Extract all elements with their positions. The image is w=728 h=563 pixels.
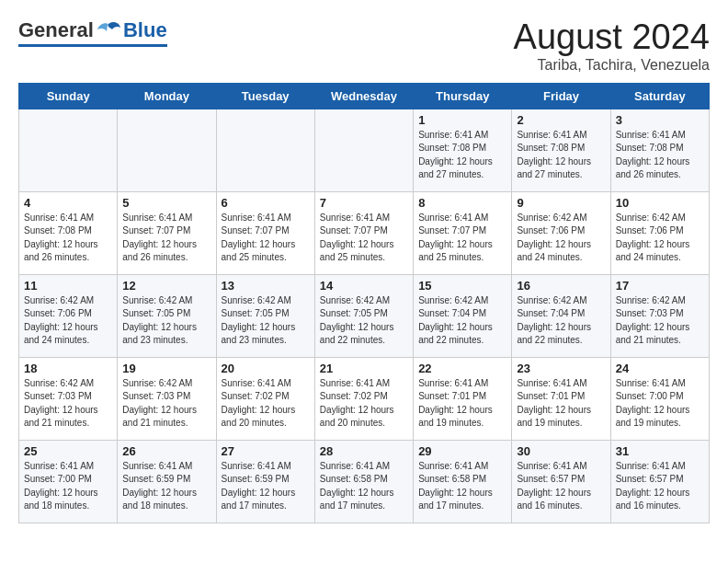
day-number: 6 xyxy=(222,196,310,210)
calendar-cell: 31Sunrise: 6:41 AMSunset: 6:57 PMDayligh… xyxy=(610,440,709,523)
calendar-cell xyxy=(216,109,314,191)
weekday-header-monday: Monday xyxy=(118,83,216,109)
calendar-cell: 5Sunrise: 6:41 AMSunset: 7:07 PMDaylight… xyxy=(118,191,216,274)
location-title: Tariba, Tachira, Venezuela xyxy=(514,57,710,74)
day-info: Sunrise: 6:41 AMSunset: 7:01 PMDaylight:… xyxy=(517,377,605,431)
day-info: Sunrise: 6:41 AMSunset: 7:07 PMDaylight:… xyxy=(320,212,408,265)
day-info: Sunrise: 6:41 AMSunset: 6:59 PMDaylight:… xyxy=(122,460,210,513)
month-title: August 2024 xyxy=(514,18,710,57)
weekday-row: SundayMondayTuesdayWednesdayThursdayFrid… xyxy=(19,83,710,109)
calendar-cell xyxy=(118,109,216,191)
calendar-cell: 11Sunrise: 6:42 AMSunset: 7:06 PMDayligh… xyxy=(19,274,118,357)
day-info: Sunrise: 6:41 AMSunset: 7:08 PMDaylight:… xyxy=(616,129,704,182)
calendar-cell: 26Sunrise: 6:41 AMSunset: 6:59 PMDayligh… xyxy=(118,440,216,523)
calendar-cell: 25Sunrise: 6:41 AMSunset: 7:00 PMDayligh… xyxy=(19,440,118,523)
day-info: Sunrise: 6:42 AMSunset: 7:03 PMDaylight:… xyxy=(122,377,210,431)
day-number: 27 xyxy=(222,444,310,458)
day-number: 14 xyxy=(320,279,408,293)
day-number: 5 xyxy=(122,196,210,210)
calendar-cell: 19Sunrise: 6:42 AMSunset: 7:03 PMDayligh… xyxy=(118,357,216,440)
calendar-cell: 22Sunrise: 6:41 AMSunset: 7:01 PMDayligh… xyxy=(414,357,512,440)
day-info: Sunrise: 6:41 AMSunset: 7:02 PMDaylight:… xyxy=(222,377,310,431)
day-info: Sunrise: 6:41 AMSunset: 6:58 PMDaylight:… xyxy=(320,460,408,513)
day-info: Sunrise: 6:42 AMSunset: 7:06 PMDaylight:… xyxy=(24,294,112,348)
day-info: Sunrise: 6:42 AMSunset: 7:03 PMDaylight:… xyxy=(616,294,704,348)
calendar-cell: 28Sunrise: 6:41 AMSunset: 6:58 PMDayligh… xyxy=(314,440,413,523)
weekday-header-wednesday: Wednesday xyxy=(314,83,413,109)
day-number: 18 xyxy=(24,362,112,375)
day-number: 23 xyxy=(517,362,605,375)
title-block: August 2024 Tariba, Tachira, Venezuela xyxy=(514,18,710,74)
day-info: Sunrise: 6:42 AMSunset: 7:05 PMDaylight:… xyxy=(222,294,310,348)
day-info: Sunrise: 6:41 AMSunset: 7:08 PMDaylight:… xyxy=(418,129,506,182)
calendar-cell: 10Sunrise: 6:42 AMSunset: 7:06 PMDayligh… xyxy=(610,191,709,274)
logo-blue-text: Blue xyxy=(123,18,167,42)
day-info: Sunrise: 6:41 AMSunset: 7:00 PMDaylight:… xyxy=(616,377,704,431)
calendar-cell: 8Sunrise: 6:41 AMSunset: 7:07 PMDaylight… xyxy=(414,191,512,274)
calendar-cell: 9Sunrise: 6:42 AMSunset: 7:06 PMDaylight… xyxy=(512,191,610,274)
day-number: 24 xyxy=(616,362,704,375)
day-number: 7 xyxy=(320,196,408,210)
calendar-cell: 12Sunrise: 6:42 AMSunset: 7:05 PMDayligh… xyxy=(118,274,216,357)
day-number: 8 xyxy=(418,196,506,210)
calendar-header: SundayMondayTuesdayWednesdayThursdayFrid… xyxy=(19,83,710,109)
day-number: 26 xyxy=(122,444,210,458)
day-number: 25 xyxy=(24,444,112,458)
day-number: 21 xyxy=(320,362,408,375)
day-info: Sunrise: 6:41 AMSunset: 7:01 PMDaylight:… xyxy=(418,377,506,431)
calendar-cell: 24Sunrise: 6:41 AMSunset: 7:00 PMDayligh… xyxy=(610,357,709,440)
day-number: 17 xyxy=(616,279,704,293)
calendar-week-4: 18Sunrise: 6:42 AMSunset: 7:03 PMDayligh… xyxy=(19,357,710,440)
day-number: 10 xyxy=(616,196,704,210)
day-number: 1 xyxy=(418,113,506,127)
calendar-cell: 23Sunrise: 6:41 AMSunset: 7:01 PMDayligh… xyxy=(512,357,610,440)
day-number: 20 xyxy=(222,362,310,375)
day-number: 13 xyxy=(222,279,310,293)
day-number: 4 xyxy=(24,196,112,210)
weekday-header-friday: Friday xyxy=(512,83,610,109)
calendar-week-5: 25Sunrise: 6:41 AMSunset: 7:00 PMDayligh… xyxy=(19,440,710,523)
calendar-cell: 13Sunrise: 6:42 AMSunset: 7:05 PMDayligh… xyxy=(216,274,314,357)
day-info: Sunrise: 6:42 AMSunset: 7:04 PMDaylight:… xyxy=(418,294,506,348)
calendar-body: 1Sunrise: 6:41 AMSunset: 7:08 PMDaylight… xyxy=(19,109,710,523)
calendar-cell: 14Sunrise: 6:42 AMSunset: 7:05 PMDayligh… xyxy=(314,274,413,357)
weekday-header-thursday: Thursday xyxy=(414,83,512,109)
weekday-header-saturday: Saturday xyxy=(610,83,709,109)
day-info: Sunrise: 6:41 AMSunset: 6:58 PMDaylight:… xyxy=(418,460,506,513)
day-info: Sunrise: 6:41 AMSunset: 7:07 PMDaylight:… xyxy=(122,212,210,265)
calendar-cell: 15Sunrise: 6:42 AMSunset: 7:04 PMDayligh… xyxy=(414,274,512,357)
logo-bird-icon xyxy=(96,20,121,40)
day-number: 9 xyxy=(517,196,605,210)
calendar-week-3: 11Sunrise: 6:42 AMSunset: 7:06 PMDayligh… xyxy=(19,274,710,357)
day-info: Sunrise: 6:41 AMSunset: 7:08 PMDaylight:… xyxy=(517,129,605,182)
calendar-cell: 7Sunrise: 6:41 AMSunset: 7:07 PMDaylight… xyxy=(314,191,413,274)
day-info: Sunrise: 6:41 AMSunset: 6:57 PMDaylight:… xyxy=(616,460,704,513)
day-number: 15 xyxy=(418,279,506,293)
day-number: 12 xyxy=(122,279,210,293)
day-number: 30 xyxy=(517,444,605,458)
logo-underline xyxy=(18,44,167,47)
calendar-cell: 29Sunrise: 6:41 AMSunset: 6:58 PMDayligh… xyxy=(414,440,512,523)
calendar-cell: 6Sunrise: 6:41 AMSunset: 7:07 PMDaylight… xyxy=(216,191,314,274)
calendar-cell: 30Sunrise: 6:41 AMSunset: 6:57 PMDayligh… xyxy=(512,440,610,523)
calendar-table: SundayMondayTuesdayWednesdayThursdayFrid… xyxy=(18,83,710,523)
day-number: 19 xyxy=(122,362,210,375)
calendar-cell: 27Sunrise: 6:41 AMSunset: 6:59 PMDayligh… xyxy=(216,440,314,523)
calendar-cell: 2Sunrise: 6:41 AMSunset: 7:08 PMDaylight… xyxy=(512,109,610,191)
day-info: Sunrise: 6:42 AMSunset: 7:05 PMDaylight:… xyxy=(320,294,408,348)
logo: General Blue xyxy=(18,18,167,47)
day-number: 16 xyxy=(517,279,605,293)
calendar-cell: 21Sunrise: 6:41 AMSunset: 7:02 PMDayligh… xyxy=(314,357,413,440)
day-info: Sunrise: 6:41 AMSunset: 6:57 PMDaylight:… xyxy=(517,460,605,513)
day-info: Sunrise: 6:41 AMSunset: 7:00 PMDaylight:… xyxy=(24,460,112,513)
day-info: Sunrise: 6:41 AMSunset: 7:07 PMDaylight:… xyxy=(418,212,506,265)
calendar-cell: 20Sunrise: 6:41 AMSunset: 7:02 PMDayligh… xyxy=(216,357,314,440)
calendar-cell xyxy=(314,109,413,191)
day-number: 31 xyxy=(616,444,704,458)
day-number: 29 xyxy=(418,444,506,458)
day-info: Sunrise: 6:42 AMSunset: 7:03 PMDaylight:… xyxy=(24,377,112,431)
calendar-cell: 18Sunrise: 6:42 AMSunset: 7:03 PMDayligh… xyxy=(19,357,118,440)
day-info: Sunrise: 6:42 AMSunset: 7:06 PMDaylight:… xyxy=(517,212,605,265)
weekday-header-tuesday: Tuesday xyxy=(216,83,314,109)
day-info: Sunrise: 6:42 AMSunset: 7:06 PMDaylight:… xyxy=(616,212,704,265)
